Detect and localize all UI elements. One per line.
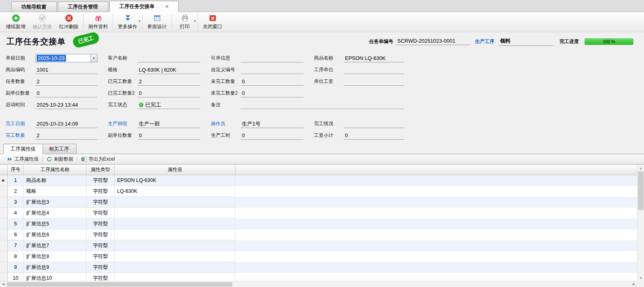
ui-design-button[interactable]: 界面设计 [144, 13, 170, 31]
field-value[interactable]: 0 [138, 89, 200, 97]
refresh-data-button[interactable]: 刷新数据 [43, 155, 76, 163]
field-value[interactable]: 2 [138, 78, 200, 86]
cell-attr-value [115, 273, 235, 281]
table-row[interactable]: ▶ 9 扩展信息9 字符型 [0, 262, 637, 273]
field-value[interactable]: 0 [138, 132, 200, 140]
header-indicator-cell [0, 165, 8, 175]
attachment-button[interactable]: 附件资料 [85, 13, 111, 31]
form-section-main: 单据日期 2025-10-23 ▼ 客户名称 引单信息 商品名称 EPSON L… [0, 51, 644, 111]
confirm-handover-button[interactable]: 确认交接 [29, 13, 56, 31]
field-start-time: 启动时间 2025-10-23 13:44 [6, 99, 108, 111]
vertical-scrollbar[interactable]: ▲ ▼ [637, 165, 644, 281]
field-unfinished-qty2: 未完工数量2 0 [211, 87, 314, 99]
cell-attr-type: 字符型 [87, 273, 115, 281]
scrollbar-thumb[interactable] [7, 282, 232, 287]
table-row[interactable]: ▶ 7 扩展信息7 字符型 [0, 240, 637, 251]
header-attr-name[interactable]: 工序属性名称 [24, 165, 87, 175]
tab-attribute-values[interactable]: 工序属性值 [3, 144, 43, 154]
process-field[interactable]: 领料 [498, 37, 554, 46]
tab-function-nav[interactable]: 功能导航窗 [11, 2, 57, 12]
print-button[interactable]: 打印 ▼ [173, 13, 196, 31]
attribute-values-button[interactable]: 工序属性值 [4, 155, 41, 163]
toolbar-separator [198, 14, 198, 30]
field-value[interactable]: 生产一部 [138, 120, 200, 128]
detail-tabbar: 工序属性值 相关工序 [0, 144, 644, 154]
table-row[interactable]: ▶ 8 扩展信息8 字符型 [0, 251, 637, 262]
scroll-left-icon[interactable]: ◀ [0, 281, 6, 287]
tab-related-processes[interactable]: 相关工序 [42, 144, 76, 154]
row-indicator: ▶ [0, 197, 8, 208]
chevron-down-icon[interactable]: ▼ [90, 54, 97, 62]
progress-text: 100 % [585, 39, 633, 45]
cell-attr-value [115, 229, 235, 240]
field-label: 单位工资 [314, 78, 344, 85]
field-value[interactable] [241, 101, 404, 109]
cell-attr-value [115, 262, 235, 273]
field-value[interactable]: 2025-10-23 13:44 [35, 101, 97, 109]
print-icon [181, 14, 189, 22]
field-value[interactable] [241, 66, 303, 74]
field-finish-qty: 完工数量 2 [6, 130, 108, 141]
field-value[interactable]: 0 [344, 132, 404, 140]
field-value[interactable] [344, 66, 404, 74]
field-value[interactable]: LQ-630K | 620K [138, 66, 200, 74]
field-value[interactable] [241, 54, 303, 62]
field-value[interactable]: 2025-10-23 14:09 [35, 120, 97, 128]
cell-attr-value: EPSON LQ-630K [115, 175, 235, 186]
field-value[interactable]: EPSON LQ-630K [344, 54, 404, 62]
chevron-down-icon[interactable]: ▼ [194, 20, 196, 23]
export-excel-button[interactable]: 导出为Excel [78, 155, 118, 163]
scroll-right-icon[interactable]: ▶ [631, 281, 637, 287]
field-label: 工资小计 [314, 132, 344, 139]
field-label: 客户名称 [108, 55, 138, 62]
table-row[interactable]: ▶ 2 规格 字符型 LQ-630K [0, 186, 637, 197]
field-value[interactable]: 0 [241, 89, 303, 97]
field-value[interactable]: 0 [35, 89, 97, 97]
header-no[interactable]: 序号 [8, 165, 24, 175]
field-value[interactable]: 2 [35, 132, 97, 140]
red-delete-button[interactable]: 红冲删除 [56, 13, 82, 31]
close-window-button[interactable]: 关闭窗口 [199, 13, 226, 31]
doc-date-combobox[interactable]: 2025-10-23 ▼ [35, 54, 97, 62]
field-value[interactable]: 已完工 [138, 101, 200, 109]
field-customer-name: 客户名称 [108, 52, 211, 64]
field-value[interactable]: 0 [241, 132, 303, 140]
page-title: 工序任务交接单 [6, 36, 66, 47]
detail-toolbar: 工序属性值 刷新数据 导出为Excel [0, 154, 644, 164]
cell-attr-type: 字符型 [87, 251, 115, 262]
tab-task-handover[interactable]: 工序任务交接单 ✕ [109, 1, 179, 12]
scrollbar-thumb[interactable] [638, 171, 644, 210]
table-row[interactable]: ▶ 5 扩展信息5 字符型 [0, 219, 637, 229]
field-ref-order-info: 引单信息 [211, 52, 314, 64]
task-no-field[interactable]: SCRWD-20251023-0001 [396, 38, 470, 45]
cell-attr-name: 扩展信息3 [24, 197, 87, 208]
field-value[interactable]: 生产1号 [241, 120, 303, 128]
field-value[interactable]: 2 [35, 78, 97, 86]
field-label: 启动时间 [6, 101, 35, 108]
field-value[interactable] [138, 54, 200, 62]
table-row[interactable]: ▶ 1 商品名称 字符型 EPSON LQ-630K [0, 175, 637, 186]
production-process-link[interactable]: 生产工序 [475, 38, 494, 45]
header-attr-type[interactable]: 属性类型 [87, 165, 115, 175]
field-value[interactable] [344, 78, 404, 86]
toolbar-separator [83, 14, 84, 30]
horizontal-scrollbar[interactable]: ◀ ▶ [0, 281, 637, 287]
field-value[interactable]: 0 [241, 78, 303, 86]
continue-add-button[interactable]: 继续新增 [2, 13, 29, 31]
table-row[interactable]: ▶ 3 扩展信息3 字符型 [0, 197, 637, 208]
field-finish-status: 完工状态 已完工 [108, 99, 211, 111]
chevron-down-icon[interactable]: ▼ [138, 20, 141, 23]
scroll-down-icon[interactable]: ▼ [638, 275, 644, 281]
table-row[interactable]: ▶ 4 扩展信息4 字符型 [0, 208, 637, 219]
scroll-up-icon[interactable]: ▲ [638, 165, 644, 171]
tab-close-icon[interactable]: ✕ [165, 1, 169, 12]
table-row[interactable]: ▶ 6 扩展信息6 字符型 [0, 229, 637, 240]
more-actions-button[interactable]: 更多操作 ▼ [114, 13, 141, 31]
header-attr-value[interactable]: 属性值 [115, 165, 235, 175]
field-value[interactable]: 1001 [35, 66, 97, 74]
tab-task-management[interactable]: 工序任务管理 [58, 2, 108, 12]
field-value[interactable] [344, 120, 404, 128]
table-row[interactable]: ▶ 10 扩展信息10 字符型 [0, 273, 637, 281]
field-label: 完工状态 [108, 101, 138, 108]
cell-attr-type: 字符型 [87, 197, 115, 208]
